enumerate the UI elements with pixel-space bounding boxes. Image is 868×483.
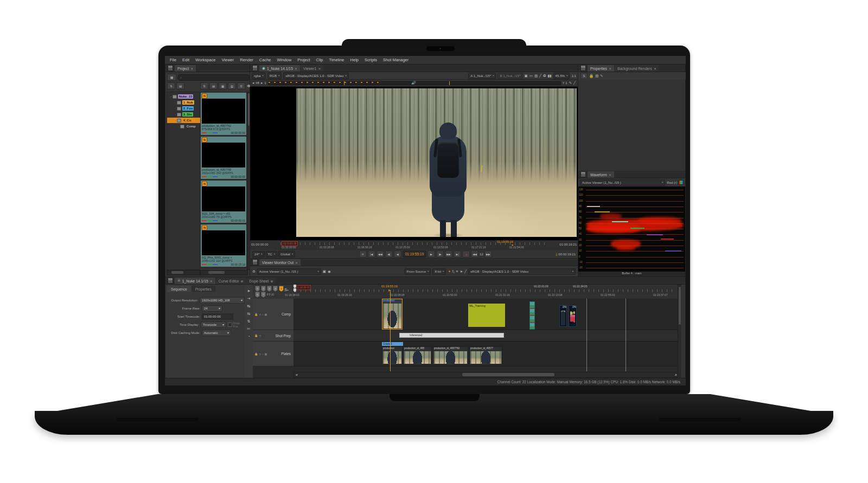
- tab-background-renders[interactable]: Background Renders ✕: [615, 65, 659, 72]
- close-icon[interactable]: ⊗: [270, 279, 273, 283]
- step-back-icon[interactable]: ◀|: [385, 250, 393, 257]
- tc-mode-dropdown[interactable]: TC▾: [266, 251, 278, 257]
- tab-waveform[interactable]: Waveform ✕: [588, 171, 614, 178]
- viewer-playhead-pin[interactable]: ▼: [511, 243, 514, 247]
- expander-icon[interactable]: ·: [175, 113, 176, 116]
- mute-icon[interactable]: ♪: [262, 352, 264, 356]
- stop-icon[interactable]: ■: [462, 250, 470, 257]
- timeline-clip-comp[interactable]: ML_Training: [468, 304, 505, 327]
- tag-shield-icon[interactable]: 7: [261, 292, 266, 298]
- play-back-fast-icon[interactable]: ◀◀: [376, 250, 384, 257]
- ruler-marker-pin[interactable]: [293, 288, 296, 292]
- menu-item-file[interactable]: File: [170, 57, 176, 62]
- next-icon[interactable]: ▸: [261, 81, 263, 85]
- menu-item-project[interactable]: Project: [297, 57, 310, 62]
- list-icon[interactable]: ▤: [209, 82, 218, 89]
- viewer-cache-strip[interactable]: 🔊: [268, 81, 561, 85]
- preview-icon[interactable]: ◉: [328, 269, 331, 274]
- pause-icon[interactable]: ▮▮: [547, 74, 551, 78]
- bin-clip-card[interactable]: Nproduction_id_4957762875x968 673f @50FP…: [201, 93, 246, 135]
- menu-item-scripts[interactable]: Scripts: [365, 57, 377, 62]
- expander-icon[interactable]: ·: [178, 125, 179, 128]
- viewer-timeline[interactable]: 01:00:00:00 01:00:00:00 01:00:00:0001:03…: [250, 240, 578, 251]
- go-last-icon[interactable]: ▶|: [454, 250, 461, 257]
- track-body-comp[interactable]: productionML_Training.0%.0%: [293, 299, 678, 330]
- tree-item-nuke_15[interactable]: -Nuke_15: [167, 94, 202, 99]
- tab-monitor-out[interactable]: Viewer Monitor Out ✕: [259, 259, 301, 266]
- panel-menu-icon[interactable]: [580, 65, 586, 71]
- field-value-input[interactable]: 01:00:00:00: [202, 313, 233, 320]
- menu-item-workspace[interactable]: Workspace: [195, 57, 215, 62]
- lock-icon[interactable]: 🔒: [254, 313, 258, 316]
- track-header-shotprep[interactable]: 🔒◇ Shot Prep: [253, 330, 293, 342]
- blend-icon[interactable]: ▨: [534, 74, 538, 78]
- sort-icon[interactable]: ⇅: [167, 82, 175, 89]
- layer-dropdown[interactable]: RGB▾: [267, 73, 282, 79]
- tab-project[interactable]: Project ✕: [175, 65, 196, 72]
- gear-icon[interactable]: ⚙: [252, 269, 256, 274]
- track-body-plates[interactable]: Grade3productionproduction_id_495product…: [293, 342, 678, 366]
- f-stop-icon[interactable]: f₁: [452, 269, 455, 273]
- prev-icon[interactable]: ◂: [252, 81, 254, 85]
- sort-icon[interactable]: ⇅: [200, 82, 208, 89]
- wipe-icon[interactable]: ▣: [525, 74, 528, 78]
- current-timecode[interactable]: 01:19:55:19: [403, 250, 426, 257]
- search-input[interactable]: ⌕: [177, 74, 250, 81]
- expander-icon[interactable]: -: [175, 119, 176, 122]
- timeline-clip-comp[interactable]: .0%: [569, 305, 577, 327]
- pencil-icon[interactable]: ✎: [569, 81, 572, 85]
- tag-shield-icon[interactable]: 1: [255, 286, 260, 292]
- tag-shield-icon[interactable]: 2: [261, 286, 266, 292]
- waveform-channel[interactable]: Red (r): [667, 181, 677, 184]
- roi-icon[interactable]: ❂: [543, 74, 546, 78]
- timeline-ruler[interactable]: 01:18:38:0301:19:26:1601:20:08:0801:20:5…: [293, 285, 678, 299]
- panel-menu-icon[interactable]: [580, 171, 586, 177]
- bit-depth-dropdown[interactable]: 8 bit▾: [432, 268, 446, 275]
- zoom-dropdown[interactable]: 45.5%▾: [553, 73, 570, 79]
- timeline-clip-comp[interactable]: [529, 301, 535, 330]
- menu-item-window[interactable]: Window: [277, 57, 292, 62]
- list-icon[interactable]: ▤: [176, 82, 184, 89]
- multi-tool-icon[interactable]: ➤: [247, 289, 251, 293]
- ruler-marker-pin[interactable]: [293, 285, 296, 288]
- close-icon[interactable]: ✕: [609, 67, 611, 70]
- mute-icon[interactable]: ♪: [262, 313, 264, 316]
- layers-icon[interactable]: ≡: [456, 269, 458, 273]
- panel-menu-icon[interactable]: [168, 65, 173, 71]
- close-icon[interactable]: ✕: [295, 261, 298, 265]
- menu-item-shot-manager[interactable]: Shot Manager: [383, 57, 409, 62]
- monitor-colorspace-dropdown[interactable]: sRGB - Display/ACES 1.0 - SDR Video▾: [468, 268, 576, 275]
- drop-frame-checkbox[interactable]: [228, 323, 232, 327]
- timeline-clip-plate[interactable]: production_id_49577: [469, 346, 502, 365]
- bin-hscrollbar[interactable]: [200, 270, 248, 275]
- tab-viewer-active[interactable]: ◉ 1_Nuke 14.1/15 ✕: [259, 65, 300, 72]
- channels-dropdown[interactable]: rgba▾: [252, 73, 266, 79]
- timeline-clip-shotprep[interactable]: Inference2: [399, 333, 504, 338]
- from-source-dropdown[interactable]: From Source▾: [404, 268, 431, 275]
- subtab-sequence[interactable]: Sequence: [167, 286, 191, 292]
- enable-icon[interactable]: ◇: [259, 352, 261, 356]
- retime-tool-icon[interactable]: ◔: [247, 334, 250, 338]
- close-icon[interactable]: ✕: [318, 67, 321, 70]
- menu-item-edit[interactable]: Edit: [182, 57, 189, 62]
- close-icon[interactable]: ⊗: [241, 279, 244, 283]
- close-icon[interactable]: ✕: [210, 279, 213, 283]
- close-icon[interactable]: ✕: [190, 67, 193, 70]
- slash-icon[interactable]: ╱: [573, 81, 576, 85]
- play-back-icon[interactable]: ◀: [394, 250, 401, 257]
- tab-viewer1[interactable]: Viewer1 ✕: [301, 65, 323, 72]
- mask-icon[interactable]: ▦: [265, 313, 267, 316]
- pencil-icon[interactable]: ✎: [600, 74, 603, 78]
- timeline-clip-plate[interactable]: production: [382, 346, 403, 365]
- cursor-icon[interactable]: ➤: [460, 269, 463, 274]
- menu-item-timeline[interactable]: Timeline: [329, 57, 344, 62]
- enable-icon[interactable]: ◇: [259, 334, 261, 337]
- fps-dropdown[interactable]: 24*▾: [252, 251, 265, 257]
- bin-clip-card[interactable]: Nproduction_id_49577661920x1080 350f @50…: [201, 137, 246, 179]
- solo-button[interactable]: S: [580, 73, 588, 79]
- timeline-playhead-line[interactable]: [390, 290, 391, 371]
- bin-clip-card[interactable]: NSQ_Pilot_S001_comp >2048x1152 111f @24F…: [201, 224, 246, 267]
- input-a-dropdown[interactable]: A 1_Nuk../15*▾: [468, 73, 496, 79]
- timeline-clip-comp[interactable]: .0%: [559, 305, 567, 327]
- panel-menu-icon[interactable]: [252, 65, 258, 71]
